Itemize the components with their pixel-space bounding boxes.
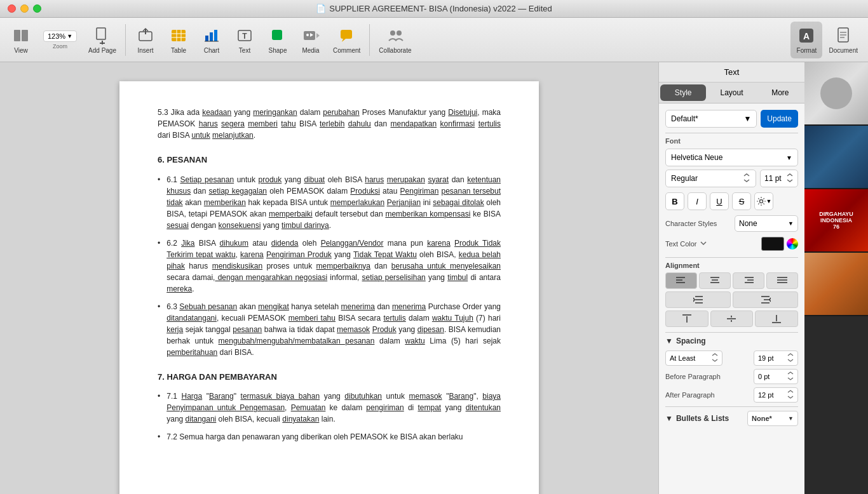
color-swatch[interactable] [761, 237, 784, 251]
indent-increase-button[interactable] [733, 291, 798, 308]
spacing-label: Spacing [676, 337, 706, 345]
svg-rect-13 [210, 32, 213, 41]
paragraph-style-dropdown[interactable]: Default* ▼ [665, 110, 757, 128]
align-buttons-row-2 [665, 291, 798, 308]
font-style-select[interactable]: Regular [665, 170, 756, 187]
insert-icon [135, 25, 156, 46]
document-area[interactable]: 5.3 Jika ada keadaan yang meringankan da… [0, 62, 658, 494]
insert-button[interactable]: Insert [130, 22, 161, 58]
format-button[interactable]: A Format [790, 22, 822, 58]
sidebar-image-2[interactable] [804, 126, 868, 189]
svg-rect-19 [304, 31, 315, 40]
char-styles-arrow-icon: ▼ [788, 220, 794, 227]
font-name-row: Helvetica Neue ▼ [665, 149, 798, 166]
sidebar-image-1[interactable] [804, 62, 868, 126]
bullets-select[interactable]: None* ▼ [747, 411, 798, 426]
line-spacing-label: At Least [670, 354, 695, 362]
add-page-button[interactable]: Add Page [83, 22, 121, 58]
alignment-label: Alignment [665, 262, 798, 269]
line-spacing-stepper [712, 353, 718, 363]
sidebar-image-4[interactable] [804, 253, 868, 316]
align-right-button[interactable] [733, 272, 764, 289]
char-styles-select[interactable]: None ▼ [735, 215, 798, 232]
add-page-icon [92, 25, 112, 46]
list-item-7-2: • 7.2 Semua harga dan penawaran yang dib… [158, 431, 501, 443]
close-button[interactable] [8, 4, 16, 13]
view-button[interactable]: View [5, 22, 37, 58]
collaborate-button[interactable]: Collaborate [374, 22, 416, 58]
collaborate-label: Collaborate [379, 47, 411, 54]
align-justify-button[interactable] [766, 272, 798, 289]
after-paragraph-input[interactable]: 12 pt [754, 387, 798, 403]
zoom-button[interactable]: 123% ▼ [43, 30, 77, 42]
line-spacing-input[interactable]: 19 pt [754, 350, 798, 366]
bullet-6-1: • [158, 174, 160, 231]
format-buttons-row: B I U S ▼ [665, 192, 798, 210]
media-button[interactable]: Media [295, 22, 327, 58]
align-center-button[interactable] [699, 272, 731, 289]
spacing-header[interactable]: ▼ Spacing [665, 337, 798, 345]
bullet-7-1: • [158, 391, 160, 425]
sidebar-image-3[interactable]: DIRGAHAYUINDONESIA76 [804, 189, 868, 253]
font-name-select[interactable]: Helvetica Neue ▼ [665, 149, 798, 166]
bullets-label: Bullets & Lists [676, 414, 729, 423]
font-options-button[interactable]: ▼ [754, 192, 773, 210]
char-styles-row: Character Styles None ▼ [665, 215, 798, 232]
title-icon: 📄 [316, 4, 326, 13]
table-button[interactable]: Table [163, 22, 194, 58]
font-label: Font [665, 137, 798, 145]
update-button[interactable]: Update [761, 110, 798, 128]
minimize-button[interactable] [20, 4, 29, 13]
line-spacing-value-stepper [787, 353, 794, 363]
content-6-2: 6.2 Jika BISA dihukum atau didenda oleh … [166, 237, 501, 295]
svg-rect-14 [214, 30, 217, 41]
collaborate-icon [385, 25, 405, 46]
format-icon: A [796, 25, 817, 46]
svg-rect-0 [14, 30, 20, 41]
tab-more[interactable]: More [757, 84, 803, 101]
line-spacing-select[interactable]: At Least [665, 350, 722, 366]
list-item-6-1: • 6.1 Setiap pesanan untuk produk yang d… [158, 174, 501, 231]
underline-button[interactable]: U [710, 192, 729, 210]
zoom-control[interactable]: 123% ▼ Zoom [38, 22, 82, 58]
tab-layout[interactable]: Layout [709, 84, 754, 101]
img3-overlay: DIRGAHAYUINDONESIA76 [817, 208, 856, 232]
svg-point-26 [397, 30, 402, 36]
valign-bottom-button[interactable] [755, 310, 798, 327]
main-area: 5.3 Jika ada keadaan yang meringankan da… [0, 62, 868, 494]
tab-style[interactable]: Style [660, 84, 706, 101]
section-6-title: 6. PESANAN [158, 154, 501, 166]
before-paragraph-input[interactable]: 0 pt [754, 369, 798, 384]
bold-button[interactable]: B [665, 192, 684, 210]
section-7-title: 7. HARGA DAN PEMBAYARAN [158, 371, 501, 384]
strikethrough-button[interactable]: S [732, 192, 751, 210]
font-size-input[interactable]: 11 pt [760, 170, 798, 187]
document-button[interactable]: Document [824, 22, 863, 58]
shape-button[interactable]: Shape [262, 22, 294, 58]
after-paragraph-value: 12 pt [758, 391, 773, 399]
text-icon: T [234, 25, 255, 46]
comment-button[interactable]: Comment [328, 22, 365, 58]
dark-photo-placeholder [804, 126, 868, 188]
text-label: Text [239, 47, 250, 54]
bullets-header[interactable]: ▼ Bullets & Lists None* ▼ [665, 411, 798, 426]
svg-rect-18 [272, 30, 282, 40]
align-buttons-row-1 [665, 272, 798, 289]
italic-button[interactable]: I [688, 192, 707, 210]
align-left-button[interactable] [665, 272, 697, 289]
color-picker-icon[interactable] [787, 238, 798, 250]
text-button[interactable]: T Text [229, 22, 261, 58]
valign-top-button[interactable] [665, 310, 709, 327]
maximize-button[interactable] [33, 4, 41, 13]
document-page[interactable]: 5.3 Jika ada keadaan yang meringankan da… [119, 81, 539, 494]
title-bar: 📄 SUPPLIER AGREEMENT- BISA (Indonesia) v… [0, 0, 868, 18]
bullet-6-3: • [158, 301, 160, 358]
chart-icon [201, 25, 222, 46]
chart-button[interactable]: Chart [196, 22, 227, 58]
before-paragraph-label: Before Paragraph [665, 373, 721, 380]
divider-after-color [665, 257, 798, 258]
svg-rect-12 [205, 36, 208, 41]
valign-middle-button[interactable] [710, 310, 754, 327]
bullets-arrow-icon: ▼ [788, 415, 794, 422]
indent-decrease-button[interactable] [665, 291, 731, 308]
